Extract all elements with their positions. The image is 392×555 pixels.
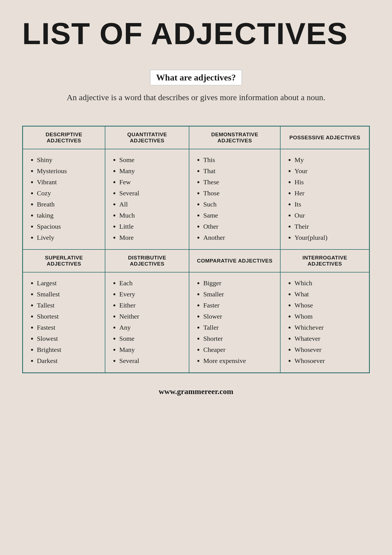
list-item: Whose xyxy=(294,300,361,310)
list-item: Vibrant xyxy=(37,177,97,187)
list-item: Your xyxy=(294,166,361,176)
list-item: Several xyxy=(119,188,181,198)
header-quantitative: QUANTITATIVE ADJECTIVES xyxy=(105,126,189,149)
list-item: All xyxy=(119,199,181,209)
list-item: Its xyxy=(294,199,361,209)
adjectives-table: DESCRIPTIVE ADJECTIVES QUANTITATIVE ADJE… xyxy=(22,126,370,373)
list-item: Other xyxy=(203,221,272,231)
list-item: Any xyxy=(119,322,181,332)
list-item: Much xyxy=(119,210,181,220)
cell-distributive: Each Every Either Neither Any Some Many … xyxy=(105,272,189,373)
list-item: Same xyxy=(203,210,272,220)
header-possessive: POSSESSIVE ADJECTIVES xyxy=(280,126,369,149)
list-item: Smallest xyxy=(37,289,97,299)
list-item: taking xyxy=(37,210,97,220)
list-item: Faster xyxy=(203,300,272,310)
list-item: Slowest xyxy=(37,334,97,344)
list-item: Shortest xyxy=(37,311,97,321)
list-item: Several xyxy=(119,356,181,366)
list-item: What xyxy=(294,289,361,299)
list-item: Darkest xyxy=(37,356,97,366)
cell-comparative: Bigger Smaller Faster Slower Taller Shor… xyxy=(189,272,280,373)
list-item: Such xyxy=(203,199,272,209)
header-comparative: COMPARATIVE ADJECTIVES xyxy=(189,249,280,272)
list-item: Fastest xyxy=(37,322,97,332)
list-item: Neither xyxy=(119,311,181,321)
list-item: Their xyxy=(294,221,361,231)
list-item: Your(plural) xyxy=(294,233,361,243)
list-item: That xyxy=(203,166,272,176)
list-item: More xyxy=(119,233,181,243)
list-item: Lively xyxy=(37,233,97,243)
list-item: Many xyxy=(119,166,181,176)
cell-quantitative: Some Many Few Several All Much Little Mo… xyxy=(105,149,189,249)
list-item: Taller xyxy=(203,322,272,332)
list-item: Slower xyxy=(203,311,272,321)
cell-demonstrative: This That These Those Such Same Other An… xyxy=(189,149,280,249)
list-item: Every xyxy=(119,289,181,299)
list-item: Whatever xyxy=(294,334,361,344)
list-item: Whosoever xyxy=(294,356,361,366)
definition-section: What are adjectives? An adjective is a w… xyxy=(22,61,370,112)
cell-superlative: Largest Smallest Tallest Shortest Fastes… xyxy=(23,272,105,373)
cell-interrogative: Which What Whose Whom Whichever Whatever… xyxy=(280,272,369,373)
list-item: Tallest xyxy=(37,300,97,310)
list-item: Those xyxy=(203,188,272,198)
list-item: Whichever xyxy=(294,322,361,332)
definition-question: What are adjectives? xyxy=(150,70,242,85)
list-item: Little xyxy=(119,221,181,231)
list-item: Whom xyxy=(294,311,361,321)
list-item: Our xyxy=(294,210,361,220)
page-title: LIST OF ADJECTIVES xyxy=(22,17,370,50)
list-item: These xyxy=(203,177,272,187)
list-item: Few xyxy=(119,177,181,187)
header-distributive: DISTRIBUTIVE ADJECTIVES xyxy=(105,249,189,272)
list-item: Her xyxy=(294,188,361,198)
list-item: Each xyxy=(119,278,181,288)
cell-possessive: My Your His Her Its Our Their Your(plura… xyxy=(280,149,369,249)
header-interrogative: INTERROGATIVE ADJECTIVES xyxy=(280,249,369,272)
list-item: Spacious xyxy=(37,221,97,231)
list-item: Smaller xyxy=(203,289,272,299)
list-item: This xyxy=(203,155,272,165)
list-item: Cheaper xyxy=(203,345,272,355)
list-item: Which xyxy=(294,278,361,288)
list-item: Cozy xyxy=(37,188,97,198)
list-item: Bigger xyxy=(203,278,272,288)
list-item: Shorter xyxy=(203,334,272,344)
header-superlative: SUPERLATIVE ADJECTIVES xyxy=(23,249,105,272)
definition-text: An adjective is a word that describes or… xyxy=(39,91,353,104)
list-item: More expensive xyxy=(203,356,272,366)
footer-url: www.grammereer.com xyxy=(159,387,233,396)
cell-descriptive: Shiny Mysterious Vibrant Cozy Breath tak… xyxy=(23,149,105,249)
list-item: Some xyxy=(119,155,181,165)
list-item: Largest xyxy=(37,278,97,288)
list-item: Breath xyxy=(37,199,97,209)
header-demonstrative: DEMONSTRATIVE ADJECTIVES xyxy=(189,126,280,149)
list-item: Brightest xyxy=(37,345,97,355)
list-item: Many xyxy=(119,345,181,355)
list-item: His xyxy=(294,177,361,187)
list-item: Whosever xyxy=(294,345,361,355)
list-item: Mysterious xyxy=(37,166,97,176)
list-item: My xyxy=(294,155,361,165)
header-descriptive: DESCRIPTIVE ADJECTIVES xyxy=(23,126,105,149)
list-item: Some xyxy=(119,334,181,344)
list-item: Either xyxy=(119,300,181,310)
list-item: Shiny xyxy=(37,155,97,165)
list-item: Another xyxy=(203,233,272,243)
